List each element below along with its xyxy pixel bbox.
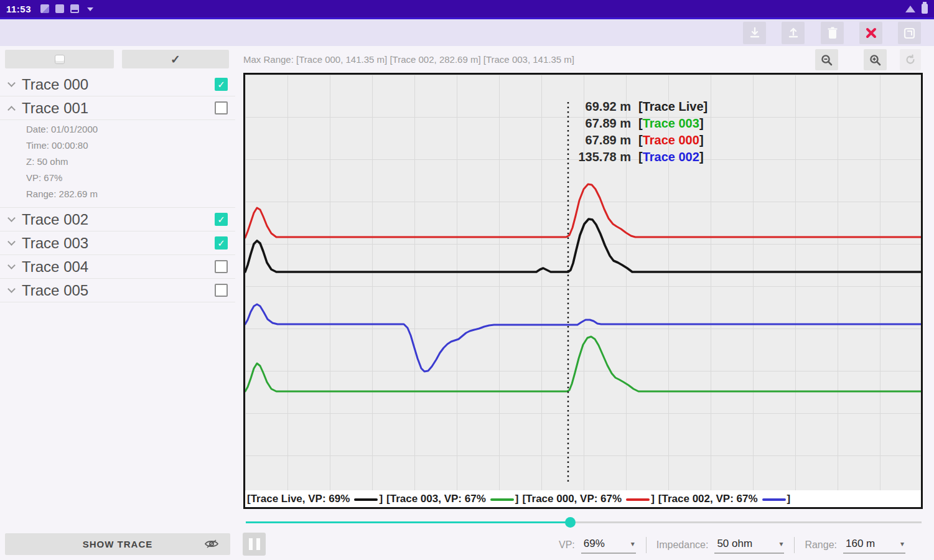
trash-icon [827,27,838,39]
trace-visible-checkbox[interactable] [215,101,228,114]
legend-item: [Trace Live, VP: 69%] [247,493,383,505]
measurement-controls: VP: 69% ▾ Impedance: 50 ohm ▾ Range: 160… [559,534,905,556]
trace-row-trace-004[interactable]: Trace 004 [0,255,235,279]
trace-detail-line: Z: 50 ohm [26,154,235,170]
chevron-down-icon[interactable] [7,285,16,293]
legend-label: [Trace 000, VP: 67% [522,493,622,505]
bracket: ] [699,132,704,149]
trace-visible-checkbox[interactable]: ✓ [215,213,228,226]
close-button[interactable] [859,22,882,44]
reset-zoom-button[interactable] [900,49,921,70]
legend-item: [Trace 000, VP: 67%] [522,493,654,505]
legend-label: [Trace 003, VP: 67% [386,493,486,505]
readout-trace-name: Trace 002 [643,149,699,166]
bracket: ] [379,493,383,505]
readout-distance: 135.78 m [574,149,631,166]
trace-row-trace-001[interactable]: Trace 001 [0,96,235,120]
vp-spinner[interactable]: 69% ▾ [581,536,636,554]
restore-button[interactable] [898,22,921,44]
range-spinner[interactable]: 160 m ▾ [843,536,905,554]
readout-distance: 69.92 m [574,98,631,115]
legend-color-swatch [626,498,650,501]
readout-trace-name: Trace 000 [643,132,699,149]
trace-line-trace-live [245,219,921,272]
legend-color-swatch [490,498,514,501]
vp-value: 69% [584,538,605,550]
trace-name: Trace 002 [22,211,215,228]
chart-legend: [Trace Live, VP: 69%][Trace 003, VP: 67%… [245,490,921,507]
zoom-out-icon [821,54,833,66]
range-label: Range: [805,539,837,551]
trace-visible-checkbox[interactable] [215,284,228,297]
legend-item: [Trace 002, VP: 67%] [658,493,790,505]
upload-icon [787,27,800,39]
trace-name: Trace 005 [22,282,215,299]
app-notification-icon [55,4,64,13]
select-all-button[interactable]: ✓ [122,50,229,68]
overlap-windows-icon [904,27,915,39]
readout-row: 69.92 m[Trace Live] [574,98,708,115]
trace-details: Date: 01/01/2000Time: 00:00:80Z: 50 ohmV… [0,120,235,208]
zoom-out-button[interactable] [815,49,838,70]
impedance-label: Impedance: [656,539,709,551]
archive-traces-button[interactable] [5,50,114,68]
show-trace-button[interactable]: SHOW TRACE [5,533,230,555]
chevron-up-icon[interactable] [7,106,16,114]
legend-item: [Trace 003, VP: 67%] [386,493,518,505]
readout-distance: 67.89 m [574,132,631,149]
legend-color-swatch [762,498,786,501]
eye-icon [204,538,219,551]
impedance-value: 50 ohm [717,538,752,550]
chevron-down-icon[interactable] [7,79,16,87]
trace-row-trace-002[interactable]: Trace 002✓ [0,208,235,231]
pause-icon [256,538,260,550]
bracket: ] [699,115,704,132]
trace-visible-checkbox[interactable] [215,260,228,273]
trace-list: Trace 000✓Trace 001Date: 01/01/2000Time:… [0,73,235,302]
trace-name: Trace 000 [22,76,215,93]
chart-canvas[interactable]: 69.92 m[Trace Live]67.89 m[Trace 003]67.… [245,75,921,490]
chevron-down-icon: ▾ [779,539,783,548]
readout-row: 67.89 m[Trace 000] [574,132,708,149]
trace-row-trace-000[interactable]: Trace 000✓ [0,73,235,96]
show-trace-label: SHOW TRACE [83,539,153,549]
pause-button[interactable] [243,533,266,556]
impedance-spinner[interactable]: 50 ohm ▾ [714,536,784,554]
range-value: 160 m [846,538,875,550]
tdr-trace-app: 11:53 [0,0,934,560]
trace-name: Trace 004 [22,258,215,276]
delete-button[interactable] [821,22,844,44]
chevron-down-icon: ▾ [631,539,635,548]
pause-icon [249,538,253,550]
zoom-in-button[interactable] [864,49,887,70]
close-icon [866,27,877,39]
trace-detail-line: VP: 67% [26,170,235,186]
chevron-down-icon: ▾ [900,539,904,548]
trace-row-trace-005[interactable]: Trace 005 [0,279,235,302]
vp-label: VP: [559,539,575,551]
trace-position-slider[interactable] [246,516,922,528]
upload-button[interactable] [782,22,805,44]
battery-icon [922,4,928,14]
slider-thumb[interactable] [565,517,576,528]
download-button[interactable] [743,22,766,44]
legend-label: [Trace Live, VP: 69% [247,493,350,505]
chevron-down-icon[interactable] [7,238,16,246]
wifi-icon [905,6,915,12]
readout-distance: 67.89 m [574,115,631,132]
bracket: [ [638,132,643,149]
trace-visible-checkbox[interactable]: ✓ [215,236,228,250]
chevron-down-icon[interactable] [7,261,16,269]
divider [794,537,795,553]
bracket: ] [704,98,708,115]
slider-fill [246,521,570,523]
chevron-down-icon[interactable] [7,214,16,222]
trace-visible-checkbox[interactable]: ✓ [215,78,228,91]
bracket: ] [515,493,519,505]
readout-row: 67.89 m[Trace 003] [574,115,708,132]
trace-row-trace-003[interactable]: Trace 003✓ [0,231,235,255]
screenshot-icon [40,4,49,13]
legend-color-swatch [354,498,378,501]
zoom-in-icon [869,54,881,66]
top-toolbar [0,19,934,46]
